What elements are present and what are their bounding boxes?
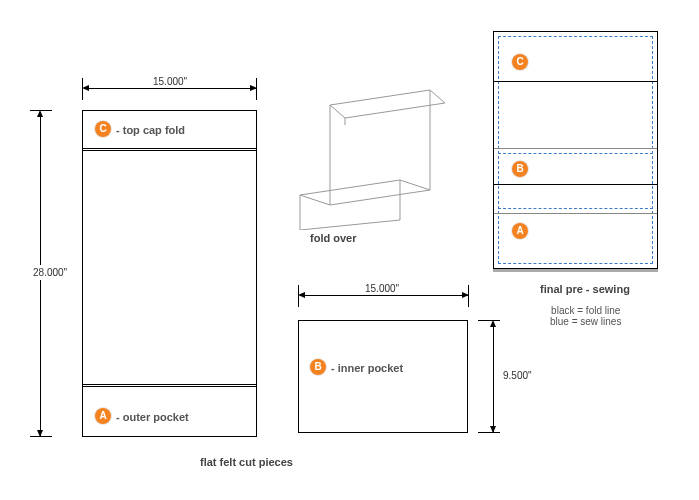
dim-label-main-width: 15.000" xyxy=(153,76,187,87)
fold-line-top-2 xyxy=(82,150,257,151)
fold-line-bottom xyxy=(82,384,257,385)
arrow-up-icon xyxy=(490,320,496,327)
dim-tick xyxy=(478,432,500,433)
arrow-down-icon xyxy=(490,426,496,433)
main-flat-piece xyxy=(82,110,257,437)
arrow-right-icon xyxy=(462,292,469,298)
caption-final: final pre - sewing xyxy=(540,283,630,295)
legend-line-1: black = fold line xyxy=(550,305,621,316)
foldover-sketch xyxy=(275,85,465,230)
fold-line-final-mid-light xyxy=(494,148,657,149)
badge-b-pocket: B xyxy=(310,359,326,375)
base-shadow xyxy=(493,269,658,272)
fold-line-top xyxy=(82,148,257,149)
caption-flat: flat felt cut pieces xyxy=(200,456,293,468)
label-inner-pocket: - inner pocket xyxy=(331,362,403,374)
arrow-down-icon xyxy=(37,430,43,437)
legend: black = fold line blue = sew lines xyxy=(550,305,621,327)
badge-b-final: B xyxy=(512,161,528,177)
dim-label-pocket-height: 9.500" xyxy=(503,370,532,381)
arrow-left-icon xyxy=(298,292,305,298)
label-outer-pocket: - outer pocket xyxy=(116,411,189,423)
caption-foldover: fold over xyxy=(310,232,356,244)
dim-line xyxy=(84,88,256,89)
dim-line xyxy=(300,295,468,296)
badge-a-final: A xyxy=(512,223,528,239)
badge-c-main: C xyxy=(95,121,111,137)
arrow-left-icon xyxy=(82,85,89,91)
dim-label-pocket-width: 15.000" xyxy=(365,283,399,294)
dim-line xyxy=(493,322,494,432)
fold-line-bottom-2 xyxy=(82,386,257,387)
dim-tick xyxy=(478,320,500,321)
fold-line-final-low-light xyxy=(494,213,657,214)
legend-line-2: blue = sew lines xyxy=(550,316,621,327)
arrow-up-icon xyxy=(37,110,43,117)
badge-a-main: A xyxy=(95,408,111,424)
inner-pocket-piece xyxy=(298,320,468,433)
dim-label-main-height: 28.000" xyxy=(33,265,67,280)
label-top-cap-fold: - top cap fold xyxy=(116,124,185,136)
badge-c-final: C xyxy=(512,54,528,70)
arrow-right-icon xyxy=(250,85,257,91)
fold-line-final-top xyxy=(494,81,657,82)
